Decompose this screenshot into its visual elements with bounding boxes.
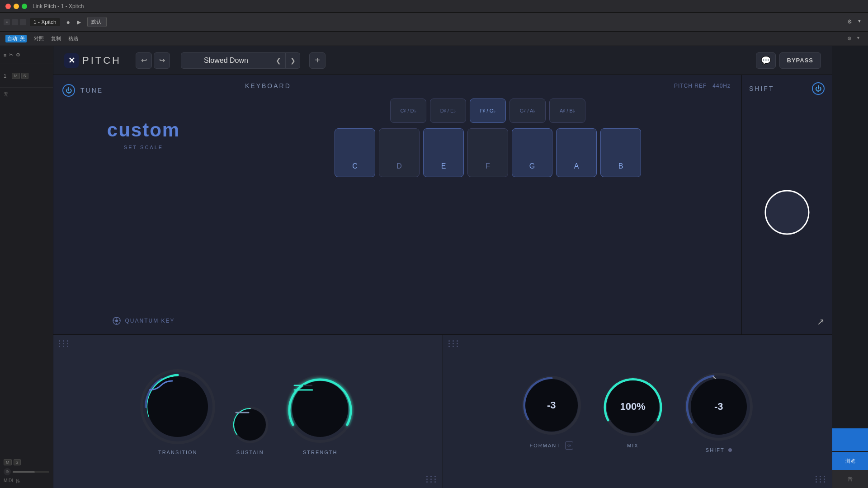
track-name-display: 1 - Xpitch — [30, 18, 60, 26]
shift-knob-big-control[interactable]: -3 — [683, 371, 755, 443]
toolbar-settings-icon[interactable]: ⚙ — [847, 36, 854, 42]
transition-knob-container: TRANSITION — [139, 368, 216, 455]
tune-power-button[interactable]: ⏻ — [62, 84, 75, 97]
key-gs-ab[interactable]: G♯ / A♭ — [509, 99, 546, 123]
formant-knob-container: -3 FORMANT ∞ — [520, 374, 583, 450]
pitch-ref-value: 440Hz — [712, 83, 731, 89]
undo-button[interactable]: ↩ — [136, 52, 152, 69]
shift-knob-control[interactable] — [762, 188, 812, 237]
mix-knob-inner: 100% — [607, 380, 659, 433]
key-d[interactable]: D — [379, 128, 420, 177]
blue-accent-bar[interactable] — [832, 428, 868, 451]
daw-tool1[interactable] — [12, 19, 18, 25]
scale-name-display: custom — [107, 119, 180, 141]
compare-label[interactable]: 对照 — [34, 35, 44, 42]
shift-knob-big-inner: -3 — [691, 379, 747, 435]
toolbar-chevron-icon[interactable]: ▼ — [856, 36, 863, 42]
next-preset-button[interactable]: ❯ — [286, 52, 300, 69]
comment-icon: 💬 — [761, 56, 771, 66]
transport-label[interactable]: 默认· — [87, 17, 107, 27]
key-ds-eb[interactable]: D♯ / E♭ — [430, 99, 466, 123]
track-item-1: 1 M S — [0, 64, 53, 88]
sustain-label: SUSTAIN — [236, 450, 264, 455]
svg-point-3 — [115, 319, 118, 322]
chevron-down-icon[interactable]: ▼ — [857, 19, 864, 26]
preset-name-display[interactable]: Slowed Down — [181, 52, 271, 69]
transport-record[interactable]: ● — [64, 18, 73, 27]
browser-label: 浏览 — [845, 458, 855, 465]
bypass-button[interactable]: BYPASS — [779, 52, 821, 69]
key-f[interactable]: F — [467, 128, 508, 177]
transport-play[interactable]: ▶ — [75, 18, 84, 27]
shift-panel: SHIFT ⏻ ↗ — [741, 75, 832, 334]
key-cs-db[interactable]: C♯ / D♭ — [390, 99, 426, 123]
auto-off-label[interactable]: 自动: 关 — [5, 35, 27, 42]
shift-power-button[interactable]: ⏻ — [812, 82, 825, 95]
preset-navigator: Slowed Down ❮ ❯ — [181, 52, 300, 69]
track-ms-buttons[interactable]: M S — [12, 73, 28, 79]
key-as-bb[interactable]: A♯ / B♭ — [549, 99, 585, 123]
maximize-button[interactable] — [22, 4, 27, 9]
right-panel-spacer — [832, 46, 868, 428]
key-g[interactable]: G — [512, 128, 552, 177]
svg-text:✕: ✕ — [68, 56, 75, 65]
bottom-left-controls: TRANSITION — [62, 368, 434, 455]
undo-redo-group: ↩ ↪ — [136, 52, 170, 69]
sound-label-button[interactable]: 音 — [832, 470, 868, 488]
add-preset-button[interactable]: + — [309, 52, 326, 69]
transition-symbol — [147, 376, 175, 394]
mix-knob[interactable]: 100% — [601, 375, 665, 438]
copy-label[interactable]: 复制 — [51, 35, 61, 42]
key-b[interactable]: B — [600, 128, 641, 177]
dots-br-left — [426, 476, 437, 483]
master-mute[interactable]: M — [4, 459, 12, 465]
quantum-key-label: QUANTUM KEY — [125, 318, 175, 324]
paste-label[interactable]: 粘贴 — [68, 35, 78, 42]
daw-menu-icon[interactable]: ≡ — [4, 19, 10, 25]
redo-icon: ↪ — [159, 56, 165, 65]
browser-button[interactable]: 浏览 — [832, 452, 868, 470]
shift-knob-big-container: -3 SHIFT — [683, 371, 755, 453]
midi-settings-icon[interactable]: ⊕ — [4, 468, 11, 475]
minimize-button[interactable] — [14, 4, 19, 9]
strength-label: STRENGTH — [303, 450, 338, 455]
bottom-right-panel: -3 FORMANT ∞ — [443, 335, 832, 488]
set-scale-label[interactable]: SET SCALE — [124, 145, 163, 150]
track-bottom-controls: M S ⊕ MIDI 性 — [0, 455, 53, 488]
key-e[interactable]: E — [423, 128, 464, 177]
sidebar-tool1: ✂ — [9, 52, 13, 58]
shift-settings-dot[interactable] — [728, 448, 732, 452]
mac-window-controls[interactable] — [5, 4, 27, 9]
mac-titlebar: Link Pitch - 1 - Xpitch — [0, 0, 868, 13]
key-fs-gb[interactable]: F♯ / G♭ — [470, 99, 506, 123]
settings-icon[interactable]: ⚙ — [847, 19, 854, 26]
formant-knob[interactable]: -3 — [520, 374, 583, 437]
svg-point-8 — [765, 191, 809, 234]
track-sidebar: ≡ ✂ ⚙ 1 M S 无 M S ⊕ — [0, 46, 53, 488]
pitch-ref-label: PITCH REF — [674, 83, 707, 89]
bottom-panels: TRANSITION — [53, 334, 832, 488]
quantum-key-button[interactable]: QUANTUM KEY — [112, 316, 175, 325]
redo-button[interactable]: ↪ — [154, 52, 170, 69]
key-a[interactable]: A — [556, 128, 597, 177]
formant-link-button[interactable]: ∞ — [565, 441, 573, 450]
master-solo[interactable]: S — [14, 459, 21, 465]
daw-tool2[interactable] — [20, 19, 26, 25]
transition-knob[interactable] — [139, 368, 216, 445]
key-c[interactable]: C — [335, 128, 375, 177]
window-title: Link Pitch - 1 - Xpitch — [33, 3, 84, 9]
mute-button[interactable]: M — [12, 73, 20, 79]
shift-knob-value: -3 — [714, 401, 723, 413]
sustain-knob-inner — [234, 409, 266, 441]
bottom-left-panel: TRANSITION — [53, 335, 443, 488]
main-layout: ≡ ✂ ⚙ 1 M S 无 M S ⊕ — [0, 46, 868, 488]
strength-knob[interactable] — [284, 373, 356, 445]
comment-button[interactable]: 💬 — [756, 52, 776, 69]
solo-button[interactable]: S — [21, 73, 28, 79]
close-button[interactable] — [5, 4, 11, 9]
sustain-knob[interactable] — [230, 404, 270, 445]
volume-slider[interactable] — [13, 471, 35, 473]
prev-preset-button[interactable]: ❮ — [271, 52, 286, 69]
undo-icon: ↩ — [141, 56, 147, 65]
cursor-indicator: ↗ — [817, 316, 825, 327]
